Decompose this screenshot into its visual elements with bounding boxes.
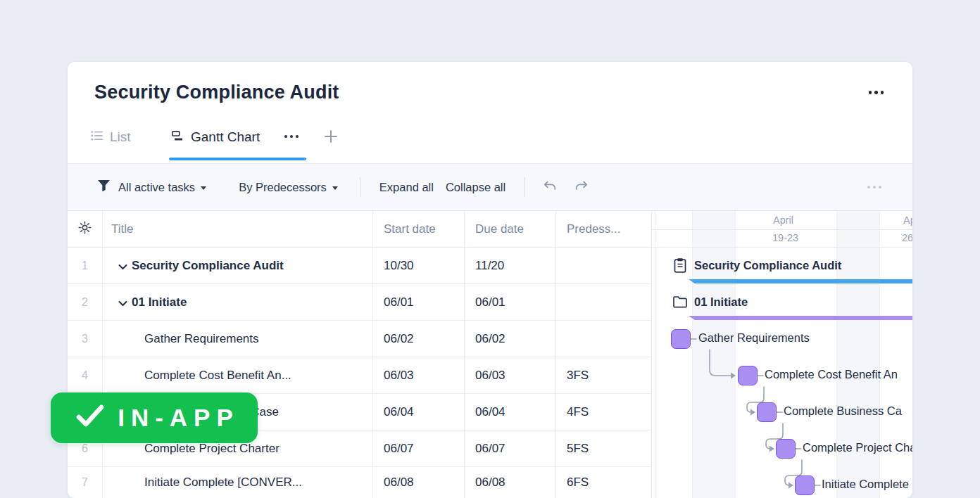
predecessor[interactable]: 6FS — [556, 467, 652, 498]
row-number: 7 — [68, 467, 103, 498]
gantt-task-label: Complete Cost Benefit An — [765, 368, 898, 381]
project-menu-button[interactable] — [869, 91, 884, 94]
due-date[interactable]: 06/04 — [465, 394, 556, 430]
task-title: Initiate Complete [CONVER... — [144, 475, 302, 490]
start-date[interactable]: 06/04 — [373, 394, 465, 430]
due-date[interactable]: 06/07 — [465, 430, 556, 466]
gantt-toolbar: All active tasks By Predecessors Expand … — [68, 163, 912, 211]
gantt-folder-label: 01 Initiate — [694, 295, 748, 309]
predecessor[interactable]: 5FS — [556, 430, 652, 466]
tab-options-button[interactable] — [284, 135, 299, 138]
table-row[interactable]: 3 Gather Requirements 06/02 06/02 — [68, 321, 652, 357]
table-header: Title Start date Due date Predess... — [68, 211, 652, 248]
row-number: 2 — [68, 284, 103, 320]
row-number: 1 — [68, 248, 103, 283]
group-by-dropdown[interactable]: By Predecessors — [239, 181, 338, 194]
gantt-phase-bar[interactable] — [689, 316, 912, 320]
filter-icon — [97, 179, 111, 195]
due-date[interactable]: 06/08 — [465, 467, 556, 498]
gantt-task-label: Gather Requirements — [698, 331, 810, 345]
clipboard-icon — [672, 257, 688, 277]
due-date[interactable]: 06/02 — [465, 321, 556, 357]
table-row[interactable]: 2 01 Initiate 06/01 06/01 — [68, 284, 652, 321]
collapse-all-button[interactable]: Collapse all — [446, 181, 505, 194]
weekend-band — [692, 211, 735, 498]
task-title: Complete Project Charter — [144, 442, 279, 456]
chevron-down-icon[interactable] — [118, 296, 127, 310]
badge-label: IN-APP — [118, 404, 239, 432]
column-header-predecessors[interactable]: Predess... — [556, 211, 652, 247]
table-row[interactable]: 4 Complete Cost Benefit An... 06/03 06/0… — [68, 357, 652, 394]
expand-all-label: Expand all — [379, 181, 434, 194]
predecessor[interactable]: 3FS — [556, 357, 652, 393]
start-date[interactable]: 06/01 — [373, 284, 465, 320]
predecessor[interactable] — [556, 284, 652, 320]
page-background: Security Compliance Audit List — [0, 0, 980, 498]
redo-button[interactable] — [573, 178, 589, 197]
active-tab-underline — [169, 158, 306, 160]
gantt-task-bar[interactable] — [776, 439, 796, 459]
add-view-button[interactable] — [321, 127, 341, 146]
start-date[interactable]: 10/30 — [373, 248, 465, 283]
gantt-project-bar[interactable] — [689, 279, 912, 283]
table-row[interactable]: 1 Security Compliance Audit 10/30 11/20 — [68, 248, 652, 284]
chevron-down-icon[interactable] — [118, 260, 127, 274]
gantt-project-label: Security Compliance Audit — [694, 259, 841, 272]
expand-all-button[interactable]: Expand all — [379, 181, 434, 194]
task-title: Security Compliance Audit — [132, 259, 284, 273]
column-header-start-date[interactable]: Start date — [373, 211, 465, 247]
caret-down-icon — [332, 186, 338, 190]
due-date[interactable]: 11/20 — [465, 248, 556, 283]
table-row[interactable]: 7 Initiate Complete [CONVER... 06/08 06/… — [68, 467, 652, 498]
list-icon — [91, 129, 103, 145]
toolbar-divider — [524, 177, 525, 197]
checkmark-icon — [75, 404, 105, 431]
gantt-task-bar[interactable] — [738, 366, 758, 385]
gantt-task-label: Initiate Complete — [822, 478, 909, 491]
column-header-title[interactable]: Title — [103, 211, 373, 247]
tab-gantt-label: Gantt Chart — [191, 129, 260, 145]
gear-icon — [77, 220, 92, 238]
tab-gantt-chart[interactable]: Gantt Chart — [171, 129, 260, 145]
weekend-band — [836, 211, 879, 498]
filter-dropdown[interactable]: All active tasks — [118, 181, 206, 194]
row-number: 3 — [68, 321, 103, 357]
toolbar-more-button[interactable] — [867, 186, 881, 189]
undo-button[interactable] — [542, 178, 558, 197]
caret-down-icon — [201, 186, 206, 190]
start-date[interactable]: 06/02 — [373, 321, 465, 357]
task-title: 01 Initiate — [132, 295, 187, 309]
timeline-month: April — [773, 215, 793, 226]
gantt-chart-icon — [171, 129, 184, 145]
start-date[interactable]: 06/08 — [373, 467, 465, 498]
view-tabs: List Gantt Chart — [68, 125, 912, 156]
page-title: Security Compliance Audit — [94, 82, 339, 103]
gantt-timeline-area: April 19-23 April 26-30 Security Complia… — [652, 211, 912, 498]
timeline-week: 19-23 — [772, 232, 798, 243]
gantt-task-bar[interactable] — [757, 402, 777, 422]
filter-dropdown-label: All active tasks — [118, 181, 195, 194]
collapse-all-label: Collapse all — [446, 181, 505, 194]
group-by-dropdown-label: By Predecessors — [239, 181, 327, 194]
predecessor[interactable] — [556, 248, 652, 283]
timeline-week: 26-30 — [902, 232, 912, 243]
gantt-task-bar[interactable] — [795, 475, 815, 495]
in-app-badge: IN-APP — [51, 392, 258, 443]
predecessor[interactable] — [556, 321, 652, 357]
tab-list-label: List — [110, 129, 131, 145]
due-date[interactable]: 06/03 — [465, 357, 556, 393]
start-date[interactable]: 06/03 — [373, 357, 465, 393]
task-title: Complete Cost Benefit An... — [144, 369, 291, 383]
due-date[interactable]: 06/01 — [465, 284, 556, 320]
column-header-due-date[interactable]: Due date — [465, 211, 556, 247]
timeline-month: April — [903, 215, 912, 226]
start-date[interactable]: 06/07 — [373, 430, 465, 466]
predecessor[interactable]: 4FS — [556, 394, 652, 430]
gantt-task-label: Complete Project Cha — [803, 441, 912, 454]
gantt-task-label: Complete Business Ca — [784, 404, 902, 418]
gantt-task-bar[interactable] — [671, 329, 691, 349]
toolbar-divider — [360, 177, 360, 197]
column-settings-button[interactable] — [68, 211, 103, 247]
tab-list[interactable]: List — [91, 129, 131, 145]
folder-icon — [672, 295, 688, 312]
